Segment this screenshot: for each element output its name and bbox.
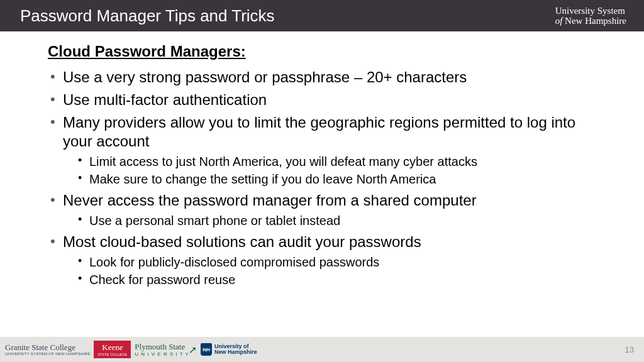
list-item-text: Use a very strong password or passphrase… <box>63 69 467 85</box>
sub-list: Look for publicly-disclosed compromised … <box>63 254 579 288</box>
logo-line2: of New Hampshire <box>555 16 626 26</box>
page-number: 13 <box>625 345 634 354</box>
list-item-text: Use multi-factor authentication <box>63 91 267 108</box>
sub-list-item: Use a personal smart phone or tablet ins… <box>87 212 579 229</box>
list-item-text: Many providers allow you to limit the ge… <box>63 114 575 150</box>
keene-state-college-logo: Keene STATE COLLEGE <box>94 341 131 358</box>
slide-header: Password Manager Tips and Tricks Univers… <box>0 0 644 31</box>
list-item: Never access the password manager from a… <box>59 191 579 229</box>
sub-list-item: Make sure to change the setting if you d… <box>87 171 579 187</box>
sub-list: Limit access to just North America, you … <box>63 153 579 187</box>
sub-list-item: Look for publicly-disclosed compromised … <box>87 254 579 270</box>
plymouth-state-logo: Plymouth State U N I V E R S I T Y ➚ <box>135 342 197 357</box>
sub-list-item: Check for password reuse <box>87 272 579 288</box>
granite-state-college-logo: Granite State College UNIVERSITY SYSTEM … <box>5 343 90 356</box>
section-heading: Cloud Password Managers: <box>48 43 579 60</box>
unh-shield-icon: NH <box>201 343 212 356</box>
bullet-list: Use a very strong password or passphrase… <box>48 68 579 288</box>
logo-line1: University System <box>555 6 626 16</box>
slide-title: Password Manager Tips and Tricks <box>20 6 275 26</box>
sub-list-item: Limit access to just North America, you … <box>87 153 579 170</box>
list-item: Use multi-factor authentication <box>59 90 579 109</box>
list-item-text: Most cloud-based solutions can audit you… <box>63 233 421 250</box>
slide-footer: Granite State College UNIVERSITY SYSTEM … <box>0 337 644 362</box>
sub-list: Use a personal smart phone or tablet ins… <box>63 212 579 229</box>
plymouth-swoosh-icon: ➚ <box>189 344 197 356</box>
list-item: Many providers allow you to limit the ge… <box>59 113 579 187</box>
unh-logo: NH University of New Hampshire <box>201 343 257 356</box>
usnh-logo: University System of New Hampshire <box>555 6 626 26</box>
list-item-text: Never access the password manager from a… <box>63 192 477 209</box>
slide-body: Cloud Password Managers: Use a very stro… <box>0 31 579 288</box>
list-item: Most cloud-based solutions can audit you… <box>59 233 579 288</box>
footer-logos: Granite State College UNIVERSITY SYSTEM … <box>5 341 257 358</box>
list-item: Use a very strong password or passphrase… <box>59 68 579 87</box>
